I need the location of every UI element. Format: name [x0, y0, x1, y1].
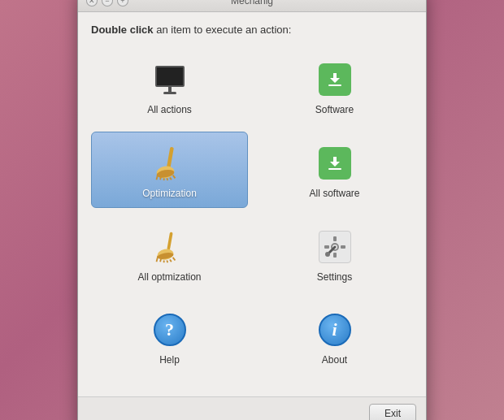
svg-line-9: [172, 175, 175, 179]
svg-rect-10: [328, 168, 341, 170]
svg-rect-20: [324, 245, 329, 249]
svg-line-15: [160, 259, 161, 262]
main-content: Double click an item to execute an actio…: [78, 12, 426, 396]
about-icon: i: [315, 310, 354, 349]
broom-icon: [150, 144, 189, 183]
help-icon: ?: [150, 310, 189, 349]
settings-label: Settings: [317, 271, 352, 283]
minimize-button[interactable]: −: [102, 0, 113, 6]
exit-button[interactable]: Exit: [369, 404, 416, 420]
close-button[interactable]: ✕: [86, 0, 98, 6]
svg-line-14: [156, 256, 158, 262]
svg-rect-11: [167, 232, 172, 250]
items-grid: All actions Software: [91, 49, 413, 374]
all-software-download-icon: [315, 144, 354, 183]
grid-item-software[interactable]: Software: [256, 49, 413, 123]
svg-rect-1: [166, 147, 173, 168]
svg-rect-21: [341, 245, 345, 249]
monitor-icon: [150, 60, 189, 99]
instruction-text: Double click an item to execute an actio…: [91, 24, 413, 36]
help-label: Help: [159, 354, 180, 366]
footer: Exit: [78, 396, 426, 420]
all-optimization-broom-icon: [150, 227, 189, 266]
about-label: About: [322, 354, 347, 366]
titlebar: ✕ − + Mechanig: [78, 0, 426, 12]
grid-item-settings[interactable]: Settings: [256, 216, 413, 291]
software-label: Software: [315, 104, 354, 115]
window-title: Mechanig: [231, 0, 273, 6]
settings-icon: [315, 227, 354, 266]
maximize-button[interactable]: +: [117, 0, 128, 6]
main-window: ✕ − + Mechanig Double click an item to e…: [77, 0, 427, 420]
svg-rect-0: [328, 84, 341, 86]
svg-line-18: [170, 260, 172, 262]
svg-line-7: [167, 178, 167, 180]
svg-line-5: [160, 177, 161, 180]
grid-item-all-optimization[interactable]: All optmization: [91, 216, 248, 291]
grid-item-help[interactable]: ? Help: [91, 299, 248, 374]
instruction-bold: Double click: [91, 24, 154, 36]
all-optimization-label: All optmization: [137, 271, 201, 283]
svg-rect-22: [333, 236, 337, 241]
window-controls: ✕ − +: [86, 0, 128, 6]
grid-item-optimization[interactable]: Optimization: [91, 132, 248, 208]
grid-item-all-actions[interactable]: All actions: [91, 49, 248, 123]
svg-point-26: [325, 252, 330, 257]
software-download-icon: [315, 60, 354, 99]
svg-line-8: [170, 177, 172, 180]
grid-item-about[interactable]: i About: [256, 299, 413, 374]
optimization-label: Optimization: [142, 188, 197, 199]
all-software-label: All software: [309, 188, 359, 199]
svg-line-17: [167, 261, 167, 263]
grid-item-all-software[interactable]: All software: [256, 132, 413, 208]
svg-rect-23: [333, 253, 337, 258]
all-actions-label: All actions: [147, 104, 192, 115]
svg-line-19: [172, 258, 175, 261]
